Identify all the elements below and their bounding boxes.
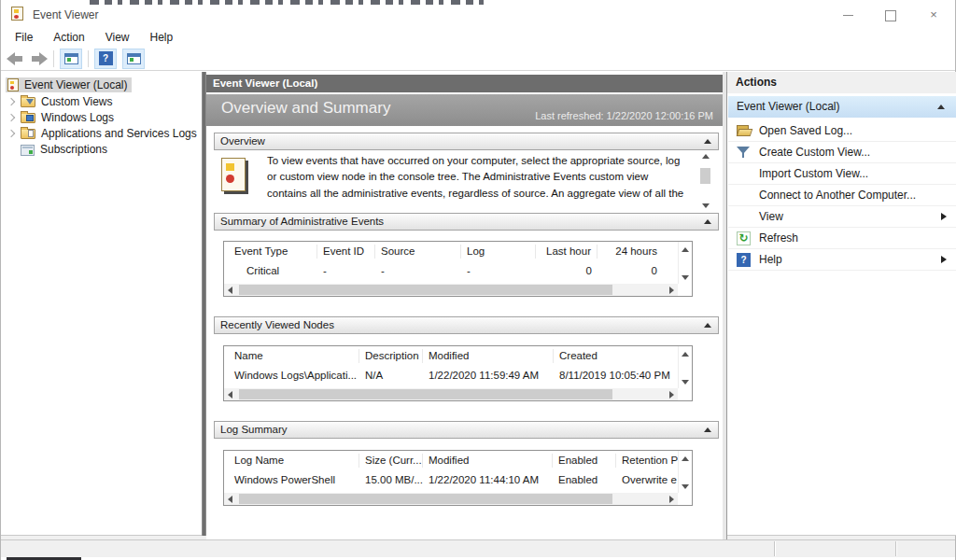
tree-item-windows-logs[interactable]: Windows Logs (1, 109, 114, 125)
menu-file[interactable]: File (5, 28, 43, 47)
title-bar[interactable]: Event Viewer × (1, 5, 955, 28)
column-header[interactable]: Event Type (224, 245, 317, 259)
column-header[interactable]: Description (359, 349, 423, 363)
collapse-icon[interactable] (704, 139, 711, 144)
scrollbar-thumb[interactable] (239, 494, 612, 504)
recent-nodes-section-header[interactable]: Recently Viewed Nodes (214, 316, 719, 334)
column-header[interactable]: Size (Curr... (359, 454, 423, 468)
console-tree-panel: Event Viewer (Local) Custom Views Window… (1, 72, 202, 536)
summary-table: Event Type Event ID Source Log Last hour… (223, 241, 693, 297)
action-label: Connect to Another Computer... (759, 189, 916, 202)
column-header[interactable]: Source (375, 245, 461, 259)
column-header[interactable]: Created (554, 349, 675, 363)
status-bar (1, 539, 955, 557)
vertical-scrollbar[interactable] (678, 451, 692, 493)
help-icon[interactable]: ? (94, 49, 117, 69)
table-header-row: Name Description Modified Created (224, 346, 692, 366)
scrollbar-thumb[interactable] (700, 168, 710, 184)
log-summary-section-header[interactable]: Log Summary (214, 421, 719, 439)
tree-item-subscriptions[interactable]: Subscriptions (1, 141, 107, 157)
actions-section-header[interactable]: Event Viewer (Local) (728, 96, 956, 118)
horizontal-scrollbar[interactable] (224, 493, 678, 505)
open-folder-icon (737, 125, 752, 136)
action-label: Open Saved Log... (759, 124, 852, 137)
column-header[interactable]: Last hour (536, 245, 598, 259)
tree-item-applications-services-logs[interactable]: Applications and Services Logs (1, 125, 197, 141)
overview-section-body: To view events that have occurred on you… (214, 152, 719, 210)
action-create-custom-view[interactable]: Create Custom View... (728, 142, 956, 163)
section-header-label: Overview (220, 135, 265, 147)
horizontal-scrollbar[interactable] (224, 388, 678, 400)
action-import-custom-view[interactable]: Import Custom View... (728, 163, 956, 185)
column-header[interactable]: Event ID (317, 245, 375, 259)
vertical-scrollbar[interactable] (678, 346, 692, 388)
section-header-label: Recently Viewed Nodes (220, 319, 334, 330)
table-row[interactable]: Windows Logs\Applicati... N/A 1/22/2020 … (224, 366, 692, 385)
close-button[interactable]: × (912, 5, 955, 27)
collapse-icon[interactable] (937, 105, 945, 109)
overview-section-header[interactable]: Overview (214, 133, 719, 150)
chevron-right-icon[interactable] (7, 97, 15, 105)
column-header[interactable]: Log (461, 245, 536, 259)
action-open-saved-log[interactable]: Open Saved Log... (728, 120, 956, 142)
show-action-pane-icon[interactable] (122, 49, 145, 69)
event-viewer-node-icon (7, 78, 19, 91)
event-viewer-document-icon (221, 158, 246, 191)
collapse-icon[interactable] (704, 427, 711, 432)
results-panel: Event Viewer (Local) Overview and Summar… (206, 72, 723, 539)
summary-section-header[interactable]: Summary of Administrative Events (214, 213, 719, 231)
chevron-right-icon[interactable] (7, 113, 15, 120)
action-view[interactable]: View (728, 206, 956, 228)
main-area: Event Viewer (Local) Custom Views Window… (1, 72, 955, 539)
menu-help[interactable]: Help (140, 28, 184, 47)
column-header[interactable]: Log Name (224, 454, 359, 468)
menu-action[interactable]: Action (43, 28, 94, 47)
show-console-tree-icon[interactable] (60, 49, 82, 69)
collapse-icon[interactable] (704, 219, 711, 224)
forward-icon[interactable] (30, 52, 48, 65)
actions-pane: Actions Event Viewer (Local) Open Saved … (727, 72, 956, 536)
column-header[interactable]: 24 hours (598, 245, 663, 259)
scrollbar-thumb[interactable] (239, 389, 612, 399)
back-icon[interactable] (7, 52, 24, 65)
table-row[interactable]: Critical - - - 0 0 (224, 261, 692, 280)
tree-item-event-viewer-local[interactable]: Event Viewer (Local) (6, 77, 132, 92)
event-viewer-window: Event Viewer × File Action View Help ? E… (0, 0, 956, 560)
log-summary-table: Log Name Size (Curr... Modified Enabled … (223, 450, 693, 506)
action-label: View (759, 210, 783, 223)
submenu-arrow-icon (941, 213, 947, 220)
window-title: Event Viewer (33, 5, 98, 25)
table-header-row: Log Name Size (Curr... Modified Enabled … (224, 451, 692, 470)
tree-item-custom-views[interactable]: Custom Views (1, 93, 112, 109)
chevron-right-icon[interactable] (7, 129, 15, 136)
column-header[interactable]: Enabled (553, 454, 616, 468)
action-help[interactable]: ? Help (728, 249, 956, 271)
collapse-icon[interactable] (704, 323, 711, 328)
menu-view[interactable]: View (95, 28, 140, 47)
column-header[interactable]: Modified (423, 454, 553, 468)
maximize-button[interactable] (869, 5, 912, 27)
submenu-arrow-icon (941, 256, 947, 263)
action-label: Import Custom View... (759, 167, 868, 180)
app-services-logs-folder-icon (21, 129, 35, 139)
vertical-scrollbar[interactable] (678, 242, 692, 284)
column-header[interactable]: Name (224, 349, 359, 363)
status-bar-divider (774, 541, 775, 556)
table-row[interactable]: Windows PowerShell 15.00 MB/... 1/22/202… (224, 470, 692, 489)
overview-vertical-scrollbar[interactable] (699, 154, 712, 208)
last-refreshed-timestamp: Last refreshed: 1/22/2020 12:00:16 PM (535, 110, 713, 121)
minimize-button[interactable] (826, 5, 869, 27)
help-icon: ? (737, 253, 751, 267)
column-header[interactable]: Retention P (616, 454, 680, 468)
horizontal-scrollbar[interactable] (224, 284, 678, 296)
actions-section-label: Event Viewer (Local) (737, 100, 840, 113)
overview-description: To view events that have occurred on you… (267, 153, 689, 202)
toolbar: ? (1, 47, 955, 71)
action-connect-to-another-computer[interactable]: Connect to Another Computer... (728, 185, 956, 206)
action-refresh[interactable]: ↻ Refresh (728, 228, 956, 249)
column-header[interactable]: Modified (423, 349, 554, 363)
action-label: Help (759, 253, 782, 266)
table-header-row: Event Type Event ID Source Log Last hour… (224, 242, 692, 261)
actions-pane-title: Actions (727, 72, 956, 93)
scrollbar-thumb[interactable] (239, 285, 612, 295)
